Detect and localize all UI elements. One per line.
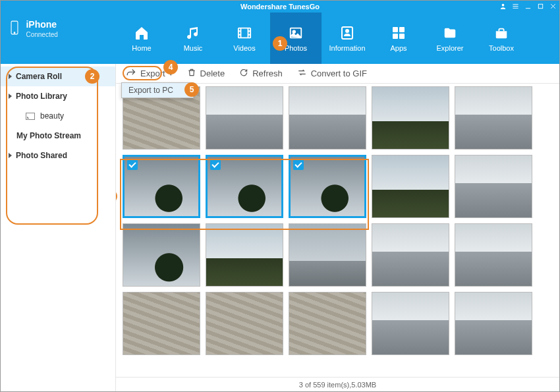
photo-thumb[interactable] — [289, 86, 366, 150]
toolbar: Export ▾ Delete Refresh Convert to GIF 4 — [116, 64, 559, 84]
sidebar-item-label: Camera Roll — [16, 72, 62, 81]
export-button[interactable]: Export ▾ — [126, 68, 173, 80]
photo-thumb[interactable] — [123, 223, 200, 287]
photo-thumb-selected[interactable] — [289, 155, 366, 218]
window-controls — [499, 1, 557, 13]
chevron-down-icon: ▾ — [169, 70, 173, 77]
photo-grid[interactable]: 3 — [116, 84, 559, 377]
tab-explorer[interactable]: Explorer — [424, 13, 476, 64]
svg-point-7 — [14, 32, 15, 34]
svg-rect-2 — [513, 6, 518, 7]
check-icon — [293, 159, 304, 170]
main-panel: Export ▾ Delete Refresh Convert to GIF 4 — [116, 64, 559, 391]
photo-thumb[interactable] — [372, 86, 449, 150]
photo-thumb[interactable] — [206, 292, 283, 355]
photo-thumb[interactable] — [455, 223, 532, 287]
photo-thumb-selected[interactable] — [123, 155, 200, 218]
photo-thumb[interactable] — [289, 223, 366, 287]
app-window: Wondershare TunesGo iPhone Connected Hom… — [0, 0, 560, 392]
maximize-button[interactable] — [537, 3, 544, 11]
device-name: iPhone — [26, 19, 57, 30]
export-dropdown: Export to PC — [121, 82, 194, 98]
photo-thumb[interactable] — [206, 86, 283, 150]
album-icon — [26, 113, 35, 120]
expand-icon — [9, 94, 12, 99]
user-icon[interactable] — [499, 3, 507, 11]
tab-label: Photos — [285, 44, 307, 52]
phone-icon — [10, 20, 19, 38]
photo-thumb[interactable] — [123, 292, 200, 355]
callout-badge-3: 3 — [116, 189, 117, 204]
tab-label: Apps — [390, 44, 406, 52]
photo-thumb-selected[interactable] — [206, 155, 283, 218]
svg-rect-16 — [399, 34, 405, 39]
svg-point-12 — [346, 30, 349, 32]
device-status: Connected — [26, 31, 57, 38]
tab-label: Information — [329, 44, 365, 52]
svg-rect-3 — [513, 7, 518, 8]
music-icon — [183, 24, 203, 42]
explorer-icon — [440, 24, 460, 42]
photo-thumb[interactable] — [372, 155, 449, 218]
export-label: Export — [140, 69, 165, 78]
photo-thumb[interactable] — [206, 223, 283, 287]
titlebar: Wondershare TunesGo — [1, 1, 559, 13]
tab-toolbox[interactable]: Toolbox — [476, 13, 527, 64]
photos-icon — [286, 24, 306, 42]
export-icon — [126, 68, 136, 80]
grid-row — [123, 223, 555, 287]
delete-button[interactable]: Delete — [187, 68, 225, 79]
apps-icon — [389, 24, 408, 42]
close-button[interactable] — [549, 3, 557, 11]
svg-rect-1 — [513, 4, 518, 5]
expand-icon — [9, 74, 12, 79]
sidebar-item-my-photo-stream[interactable]: My Photo Stream — [1, 126, 115, 146]
svg-rect-13 — [393, 27, 398, 32]
tab-home[interactable]: Home — [116, 13, 167, 64]
delete-label: Delete — [200, 69, 225, 78]
menu-icon[interactable] — [512, 3, 519, 11]
photo-thumb[interactable] — [372, 292, 449, 355]
tab-apps[interactable]: Apps — [373, 13, 424, 64]
svg-rect-5 — [538, 4, 542, 8]
grid-row — [123, 292, 555, 355]
svg-point-10 — [293, 30, 295, 33]
check-icon — [210, 159, 221, 170]
tab-photos[interactable]: 1 Photos — [270, 13, 322, 64]
photo-thumb[interactable] — [455, 86, 532, 150]
videos-icon — [235, 24, 254, 42]
body: Camera Roll Photo Library beauty My Phot… — [1, 64, 559, 391]
tab-information[interactable]: Information — [322, 13, 373, 64]
device-panel[interactable]: iPhone Connected — [1, 13, 116, 64]
tab-music[interactable]: Music — [167, 13, 219, 64]
photo-thumb[interactable] — [455, 155, 532, 218]
sidebar-item-photo-library[interactable]: Photo Library — [1, 86, 115, 106]
photo-thumb[interactable] — [289, 292, 366, 355]
dropdown-item-label: Export to PC — [128, 86, 173, 95]
sidebar-item-beauty[interactable]: beauty — [1, 106, 115, 126]
tab-label: Videos — [233, 44, 255, 52]
sidebar-item-photo-shared[interactable]: Photo Shared — [1, 146, 115, 165]
photo-thumb[interactable] — [372, 223, 449, 287]
minimize-button[interactable] — [524, 3, 532, 11]
sidebar: Camera Roll Photo Library beauty My Phot… — [1, 64, 116, 391]
toolbox-icon — [491, 24, 511, 42]
check-icon — [127, 159, 138, 170]
tab-videos[interactable]: Videos — [219, 13, 270, 64]
tab-label: Music — [184, 44, 203, 52]
header: iPhone Connected Home Music Videos 1 Pho… — [1, 13, 559, 64]
refresh-button[interactable]: Refresh — [239, 68, 283, 79]
status-text: 3 of 559 item(s),5.03MB — [299, 381, 376, 389]
convert-icon — [297, 68, 307, 79]
svg-point-0 — [502, 3, 505, 6]
expand-icon — [9, 153, 12, 158]
refresh-icon — [239, 68, 248, 79]
convert-to-gif-button[interactable]: Convert to GIF — [297, 68, 367, 79]
export-to-pc-item[interactable]: Export to PC — [122, 83, 193, 98]
status-bar: 3 of 559 item(s),5.03MB — [116, 377, 559, 391]
convert-label: Convert to GIF — [311, 69, 367, 78]
sidebar-item-camera-roll[interactable]: Camera Roll — [1, 67, 115, 86]
app-title: Wondershare TunesGo — [240, 3, 320, 11]
photo-thumb[interactable] — [455, 292, 532, 355]
tab-label: Explorer — [437, 44, 464, 52]
